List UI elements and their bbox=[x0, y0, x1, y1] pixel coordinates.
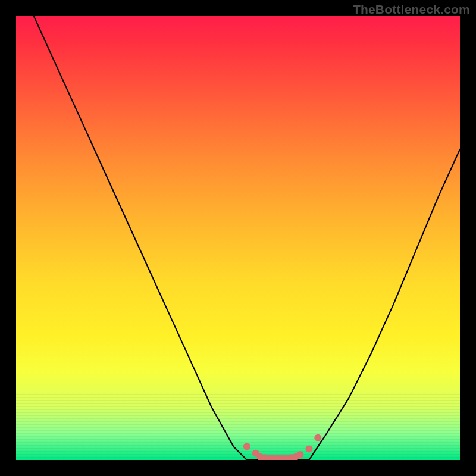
marker-dot bbox=[305, 445, 312, 452]
marker-cluster bbox=[243, 434, 321, 460]
marker-dot bbox=[296, 451, 303, 458]
v-curve-path bbox=[34, 16, 460, 460]
marker-dot bbox=[243, 443, 250, 450]
curve-layer bbox=[16, 16, 460, 460]
chart-frame: TheBottleneck.com bbox=[0, 0, 476, 476]
watermark-text: TheBottleneck.com bbox=[353, 2, 470, 17]
marker-dot bbox=[314, 434, 321, 441]
plot-area bbox=[16, 16, 460, 460]
